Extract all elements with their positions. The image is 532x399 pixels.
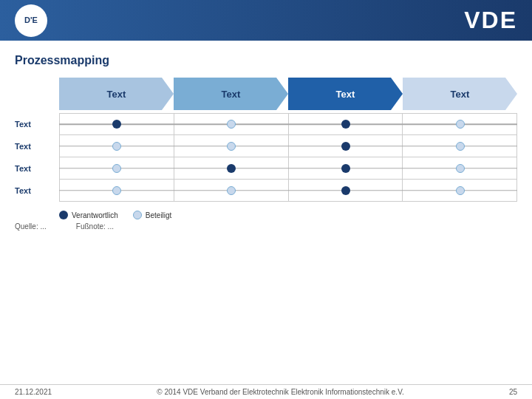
arrow-shape-0: Text xyxy=(59,78,174,110)
arrow-cell-3: Text xyxy=(403,78,517,110)
dot-1-2 xyxy=(341,142,350,151)
legend-dot-filled xyxy=(59,211,68,219)
grid-row-3 xyxy=(59,180,517,202)
header: D'E VDE xyxy=(0,0,532,41)
legend-beteiligt-label: Beteiligt xyxy=(146,211,172,219)
source-label: Quelle: ... xyxy=(15,222,47,231)
dot-1-3 xyxy=(456,142,465,151)
dot-2-1 xyxy=(227,164,236,173)
footer-copyright: © 2014 VDE Verband der Elektrotechnik El… xyxy=(52,388,509,396)
process-map: TextTextTextText TextTextTextText xyxy=(15,78,517,202)
dot-0-3 xyxy=(456,120,465,129)
dot-0-2 xyxy=(341,120,350,129)
logo-left-text: D'E xyxy=(24,16,38,24)
dot-1-1 xyxy=(227,142,236,151)
grid-row-1 xyxy=(59,135,517,157)
dot-3-0 xyxy=(112,186,121,195)
page-title: Prozessmapping xyxy=(15,54,517,67)
footnote-label: Fußnote: ... xyxy=(76,222,114,231)
dot-2-0 xyxy=(112,164,121,173)
row-line-3 xyxy=(59,190,517,191)
grid-content xyxy=(59,113,517,202)
dot-1-0 xyxy=(112,142,121,151)
dot-3-2 xyxy=(341,186,350,195)
arrow-shape-3: Text xyxy=(403,78,517,110)
arrow-shape-1: Text xyxy=(174,78,288,110)
footer-date: 21.12.2021 xyxy=(15,388,52,396)
legend-beteiligt: Beteiligt xyxy=(133,211,172,219)
grid-row-2 xyxy=(59,157,517,180)
dot-2-3 xyxy=(456,164,465,173)
arrow-cell-0: Text xyxy=(59,78,174,110)
logo-right: VDE xyxy=(464,7,517,34)
arrows-row: TextTextTextText xyxy=(15,78,517,110)
dot-0-0 xyxy=(112,120,121,129)
arrow-shape-2: Text xyxy=(288,78,403,110)
row-label-3: Text xyxy=(15,180,59,202)
dot-3-1 xyxy=(227,186,236,195)
main-content: Prozessmapping TextTextTextText TextText… xyxy=(0,41,532,238)
legend-verantwortlich: Verantwortlich xyxy=(59,211,118,219)
legend-dot-empty xyxy=(133,211,142,219)
row-line-2 xyxy=(59,168,517,169)
legend: Verantwortlich Beteiligt xyxy=(59,211,517,219)
dot-2-2 xyxy=(341,164,350,173)
grid-area: TextTextTextText xyxy=(15,113,517,202)
row-line-0 xyxy=(59,123,517,125)
logo-left: D'E xyxy=(15,4,47,37)
legend-verantwortlich-label: Verantwortlich xyxy=(72,211,118,219)
footer: 21.12.2021 © 2014 VDE Verband der Elektr… xyxy=(0,384,532,399)
row-line-1 xyxy=(59,146,517,147)
arrow-cell-1: Text xyxy=(174,78,288,110)
row-label-0: Text xyxy=(15,113,59,135)
row-label-1: Text xyxy=(15,135,59,157)
dot-0-1 xyxy=(227,120,236,129)
row-label-2: Text xyxy=(15,157,59,180)
source-footnote: Quelle: ... Fußnote: ... xyxy=(15,222,517,231)
row-labels: TextTextTextText xyxy=(15,113,59,202)
grid-row-0 xyxy=(59,113,517,135)
footer-page: 25 xyxy=(509,388,517,396)
dot-3-3 xyxy=(456,186,465,195)
arrow-cell-2: Text xyxy=(288,78,403,110)
